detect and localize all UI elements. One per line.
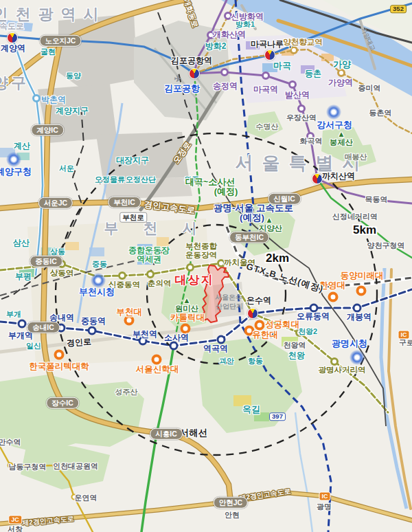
faint-label: 서울온수: [215, 294, 242, 301]
stn-n-label: 송내역: [49, 313, 74, 322]
univ-label: 부천대: [116, 308, 142, 317]
poi-label: 계양구청: [0, 167, 32, 176]
l7-station-marker: [146, 270, 154, 278]
stn-n-label: 부개역: [8, 331, 33, 340]
l5-station-marker: [220, 68, 229, 76]
stn-o-label: 부천종합: [185, 243, 217, 251]
mtn-label: ▲: [265, 217, 273, 225]
rd-label: 경인로: [67, 337, 92, 347]
stn-g-label: 양천구청역: [367, 242, 405, 250]
l7-station-marker: [186, 263, 194, 271]
mtng-label: 매봉산: [345, 153, 367, 161]
bdg-label: 동부천IC: [229, 232, 269, 243]
stn-lb-label: 박촌역: [41, 96, 66, 104]
l5-station-marker: [288, 80, 297, 89]
stn-g-label: 등촌역: [369, 109, 392, 117]
stn-k-label: 김포공항역: [171, 56, 212, 65]
dist-label: 일신: [26, 342, 41, 350]
dist-label: 천왕: [288, 351, 305, 359]
mtn-label: 봉제산: [330, 139, 354, 147]
stn-g-label: 만수역: [0, 439, 21, 446]
stn-n-label: 계양역: [1, 44, 25, 52]
stn-g-label: 우장산역: [286, 114, 317, 122]
uc-station-marker: [255, 320, 265, 331]
dist-label: 마곡: [273, 61, 291, 70]
map-viewport[interactable]: 인천광역시양구서울특별시부천시속도로계양지구대장지구오정물류오정산단원종서운계산…: [0, 0, 412, 532]
univ-label: 유한대: [252, 331, 278, 340]
gyeyang-transfer: [7, 32, 18, 43]
planned-gwangmyeong-seoul-expwy: 광명-서울 고속도로: [214, 203, 293, 213]
dist-label: 방화2: [205, 42, 227, 50]
bdg-label: 신월IC: [268, 193, 301, 205]
stn-n-label: 소사역: [164, 333, 189, 342]
mtng-label: 성주산: [115, 388, 138, 396]
bdg-label: 서운JC: [38, 197, 73, 209]
stn-g-label: 운연역: [75, 494, 98, 502]
l1-station-marker: [217, 335, 226, 344]
dist-label: 상동: [50, 248, 65, 256]
bdg2-label: JC: [8, 516, 22, 524]
dist-label: 오정산단: [126, 176, 156, 184]
stn-gold-label: 양천향교역: [283, 38, 323, 47]
gyeyang-guoffice-icon: [6, 152, 21, 167]
region-bucheon: 부천시: [104, 221, 222, 235]
univ-label: 서울신학대: [136, 365, 179, 374]
dist-label: 계산: [14, 142, 30, 150]
dist-label: 오정물류: [95, 176, 125, 184]
stn-p-label: 발산역: [285, 91, 310, 99]
dist-label: 굴현: [41, 48, 56, 56]
l1-station-marker: [170, 342, 179, 351]
poi-label: 부천시청: [79, 287, 115, 296]
dist-label: 동양: [66, 72, 81, 80]
stn-g-label: 광명: [317, 503, 332, 511]
dist-label: 서운: [59, 165, 74, 173]
dist-label: 항동: [248, 357, 263, 365]
bdg-label: 송내IC: [27, 322, 60, 333]
bdg2-label: IC: [319, 492, 331, 501]
mtn-label: ▲: [337, 131, 345, 139]
stn-p-label: 개화산역: [213, 30, 246, 38]
dist-label: 천왕2: [298, 328, 317, 335]
dist-label: 중동: [92, 261, 107, 268]
stn-g-label: 신정네거리역: [332, 213, 378, 221]
l5-station-marker: [297, 104, 306, 113]
stn-o-label: 춘의역: [148, 280, 172, 288]
dist-label: 가양: [333, 60, 351, 69]
mtn-label: ▲: [183, 297, 190, 305]
planned-daegok-sosa: 대곡~소사선: [185, 177, 236, 186]
poi-label: 강서구청: [317, 120, 352, 129]
poi-label: 김포공항: [164, 84, 200, 93]
stn-g-label: 서창: [8, 526, 23, 532]
mtn-label: 원미산: [175, 305, 199, 313]
dist-label: 부개: [6, 311, 21, 318]
univ-label: 카톨릭대: [170, 313, 205, 322]
stn-p-label: 신방화역: [231, 12, 264, 21]
stn-g-label: 화곡역: [300, 137, 323, 145]
uc-station-marker: [152, 355, 162, 365]
plane-label: ✈: [174, 74, 182, 83]
pn-label: (예정): [240, 213, 264, 223]
bdg-label: 안현JC: [214, 497, 248, 509]
rbub-label: 부천로: [119, 212, 147, 223]
dist-label: 삼산: [13, 239, 30, 247]
uc-station-marker: [54, 350, 65, 360]
stn-g-label: 인천대공원역: [53, 463, 98, 470]
gangseo-guoffice-icon: [326, 104, 341, 120]
stn-p-label: 송정역: [213, 82, 238, 90]
lb-station-marker: [32, 94, 41, 102]
dist-label: 방화1: [236, 21, 255, 28]
poi-label: 광명시청: [332, 339, 367, 348]
univ-label: 성공회대: [265, 320, 299, 329]
l5-station-marker: [262, 71, 270, 80]
ghost-label: 속도로: [0, 22, 24, 30]
stn-n-label: 역곡역: [203, 344, 228, 353]
target-site-label: 대상지: [175, 274, 214, 286]
gimpo-airport-transfer: [189, 68, 200, 79]
onsu-transfer: [247, 308, 258, 319]
bdg-label: 장수IC: [46, 397, 79, 409]
dist-label: 대장지구: [116, 156, 149, 164]
bdg2-label: IC: [398, 331, 410, 340]
l1-station-marker: [88, 326, 97, 335]
mtng-label: 수명산: [256, 123, 279, 131]
stn-o-label: 광명사거리역: [319, 366, 366, 375]
